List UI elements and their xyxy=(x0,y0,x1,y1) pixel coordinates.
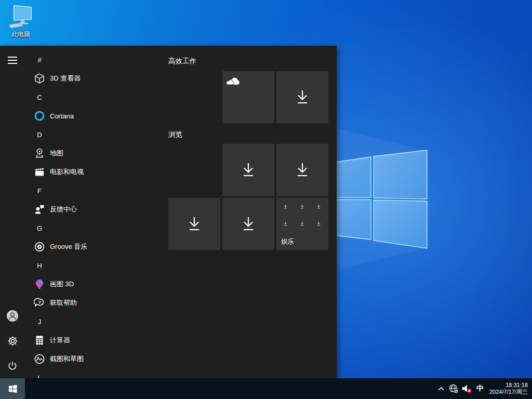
tile-download-4[interactable] xyxy=(168,198,220,250)
hamburger-icon xyxy=(7,56,18,64)
power-icon xyxy=(7,361,18,371)
app-list-item-3d-viewer[interactable]: 3D 查看器 xyxy=(25,69,167,88)
settings-button[interactable] xyxy=(0,328,25,353)
tile-folder-label: 娱乐 xyxy=(281,237,294,246)
app-list-item-movies-tv[interactable]: 电影和电视 xyxy=(25,163,167,181)
settings-gear-icon xyxy=(7,336,18,347)
clock-time: 18:31:18 xyxy=(489,382,528,389)
tile-download-2[interactable] xyxy=(222,144,274,196)
feedback-hub-icon xyxy=(34,204,45,215)
app-list-item-maps[interactable]: 地图 xyxy=(25,144,167,163)
tile-download-1[interactable] xyxy=(276,71,328,123)
tile-folder-entertainment[interactable]: 娱乐 xyxy=(276,198,328,250)
app-list-letter-f[interactable]: F xyxy=(25,181,167,200)
this-pc-computer-icon xyxy=(8,4,34,29)
tile-group-title-explore: 浏览 xyxy=(168,130,182,139)
mini-download-arrow-icon xyxy=(316,221,322,227)
download-arrow-icon xyxy=(293,161,312,179)
download-arrow-icon xyxy=(293,88,312,107)
app-list-item-groove-music[interactable]: Groove 音乐 xyxy=(25,237,167,256)
speaker-muted-icon xyxy=(461,383,472,394)
globe-no-internet-icon xyxy=(448,383,459,394)
taskbar: 中 18:31:18 2024/7/17/周三 xyxy=(0,378,532,399)
mini-download-arrow-icon xyxy=(283,221,288,227)
app-list-letter-hash[interactable]: # xyxy=(25,50,167,69)
chevron-up-icon xyxy=(437,386,445,391)
download-arrow-icon xyxy=(239,161,258,179)
tile-group-title-productivity: 高效工作 xyxy=(168,57,196,66)
desktop-icon-this-pc[interactable]: 此电脑 xyxy=(5,4,37,39)
snip-sketch-icon xyxy=(34,353,45,365)
ime-mode-button[interactable]: 中 xyxy=(473,378,487,399)
user-account-button[interactable] xyxy=(0,303,25,328)
download-arrow-icon xyxy=(185,215,204,233)
app-list: # 3D 查看器 C Cortana D xyxy=(25,50,167,378)
mini-download-arrow-icon xyxy=(316,204,322,209)
app-list-letter-d[interactable]: D xyxy=(25,125,167,144)
app-list-letter-g[interactable]: G xyxy=(25,219,167,237)
desktop-icon-label: 此电脑 xyxy=(11,30,30,39)
app-list-letter-c[interactable]: C xyxy=(25,88,167,107)
app-list-item-get-help[interactable]: ? 获取帮助 xyxy=(25,294,167,312)
app-list-letter-j[interactable]: J xyxy=(25,312,167,331)
network-status-button[interactable] xyxy=(447,378,460,399)
get-help-icon: ? xyxy=(34,297,45,309)
app-list-item-cortana[interactable]: Cortana xyxy=(25,107,167,125)
paint-3d-icon xyxy=(34,278,45,290)
windows-start-icon xyxy=(7,383,18,394)
app-list-item-paint-3d[interactable]: 画图 3D xyxy=(25,275,167,294)
expand-menu-button[interactable] xyxy=(0,48,25,73)
mini-download-arrow-icon xyxy=(299,221,305,227)
clock[interactable]: 18:31:18 2024/7/17/周三 xyxy=(487,382,532,395)
tile-download-3[interactable] xyxy=(276,144,328,196)
groove-music-icon xyxy=(34,241,45,252)
3d-viewer-icon xyxy=(34,73,45,84)
user-avatar-icon xyxy=(6,310,19,322)
app-list-item-calculator[interactable]: 计算器 xyxy=(25,331,167,350)
start-button[interactable] xyxy=(0,378,25,399)
show-hidden-icons-button[interactable] xyxy=(435,378,447,399)
start-menu: # 3D 查看器 C Cortana D xyxy=(0,46,337,378)
app-list-item-snip-sketch[interactable]: 截图和草图 xyxy=(25,350,167,368)
cortana-icon xyxy=(34,110,45,122)
maps-pin-icon xyxy=(34,148,45,159)
system-tray: 中 18:31:18 2024/7/17/周三 xyxy=(435,378,532,399)
download-arrow-icon xyxy=(239,215,258,233)
volume-button[interactable] xyxy=(460,378,473,399)
app-list-letter-h[interactable]: H xyxy=(25,256,167,275)
app-list-letter-l[interactable]: L xyxy=(25,368,167,378)
tile-download-5[interactable] xyxy=(222,198,274,250)
mini-download-arrow-icon xyxy=(299,204,305,209)
power-button[interactable] xyxy=(0,353,25,378)
clock-date: 2024/7/17/周三 xyxy=(489,389,528,395)
app-list-item-feedback-hub[interactable]: 反馈中心 xyxy=(25,200,167,219)
ime-indicator: 中 xyxy=(476,384,484,393)
mini-download-arrow-icon xyxy=(283,204,288,209)
calculator-icon xyxy=(34,335,45,346)
tile-onedrive[interactable] xyxy=(222,71,274,123)
movies-tv-clapperboard-icon xyxy=(34,166,45,178)
onedrive-cloud-icon xyxy=(226,76,240,85)
svg-text:?: ? xyxy=(38,299,42,305)
